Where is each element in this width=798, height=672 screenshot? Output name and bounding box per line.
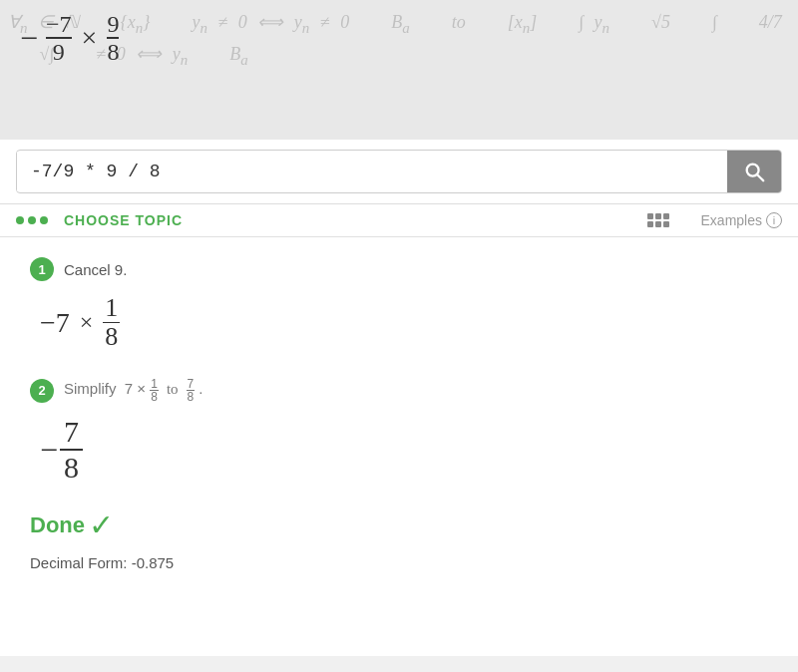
step2-desc-number: 7 × — [125, 380, 150, 397]
step2-to: to — [163, 381, 182, 397]
search-input[interactable] — [17, 152, 727, 191]
step-2-result: − 7 8 — [30, 417, 768, 483]
result-frac-den: 8 — [60, 451, 83, 483]
grid-cell — [647, 221, 653, 227]
step-2-description: Simplify 7 × 1 8 to 7 8 . — [64, 378, 203, 403]
step-1-header: 1 Cancel 9. — [30, 257, 768, 281]
step-1-number: 1 — [30, 257, 54, 281]
result-frac-num: 7 — [60, 417, 83, 451]
expr-times: × — [82, 22, 98, 54]
done-label: Done — [30, 512, 85, 538]
step2-desc-frac1: 1 8 — [150, 378, 159, 403]
expr-frac1: −7 9 — [46, 12, 72, 64]
step2-desc-frac2: 7 8 — [187, 378, 196, 403]
step1-frac-den: 8 — [103, 323, 120, 350]
step-1: 1 Cancel 9. −7 × 1 8 — [30, 257, 768, 350]
grid-cell — [655, 221, 661, 227]
grid-cell — [647, 213, 653, 219]
solution-area: 1 Cancel 9. −7 × 1 8 2 Simplify 7 × 1 8 … — [0, 237, 798, 656]
step2-desc-period: . — [199, 380, 202, 397]
step-2-header: 2 Simplify 7 × 1 8 to 7 8 . — [30, 378, 768, 403]
done-section: Done ✓ — [30, 510, 768, 540]
grid-cell — [655, 213, 661, 219]
examples-text: Examples — [701, 212, 762, 228]
grid-cell — [663, 221, 669, 227]
main-expression-display: − −7 9 × 9 8 — [20, 12, 121, 64]
info-icon: i — [766, 212, 782, 228]
decimal-form: Decimal Form: -0.875 — [30, 554, 768, 571]
search-bar-container — [16, 150, 782, 193]
dot-3 — [40, 216, 48, 224]
expr-frac1-num: −7 — [46, 12, 72, 39]
step1-frac-num: 1 — [103, 295, 120, 323]
step2-frac1-den: 8 — [150, 391, 159, 403]
step-1-description: Cancel 9. — [64, 261, 127, 278]
step2-frac2-den: 8 — [187, 391, 196, 403]
search-icon — [743, 161, 765, 182]
result-minus: − — [40, 432, 58, 469]
search-area — [0, 140, 798, 204]
svg-line-1 — [757, 174, 763, 180]
expr-minus: − — [20, 22, 38, 54]
step-1-expression: −7 × 1 8 — [30, 295, 768, 350]
step2-desc-prefix: Simplify — [64, 380, 121, 397]
toolbar-dots[interactable] — [16, 216, 48, 224]
choose-topic-button[interactable]: Choose Topic — [64, 212, 183, 228]
grid-cell — [663, 213, 669, 219]
expr-frac2-num: 9 — [107, 12, 119, 39]
toolbar: Choose Topic Examples i — [0, 204, 798, 237]
search-button[interactable] — [727, 151, 781, 192]
step-2: 2 Simplify 7 × 1 8 to 7 8 . − 7 8 — [30, 378, 768, 483]
math-background-header: ∀n ∈ ℕ {xn} yn ≠ 0 ⟺ yn ≠ 0 Ba to [xn] ∫… — [0, 0, 798, 140]
step1-fraction: 1 8 — [103, 295, 120, 350]
examples-button[interactable]: Examples i — [701, 212, 782, 228]
expr-frac1-den: 9 — [53, 39, 65, 64]
step1-minus: −7 — [40, 307, 70, 339]
grid-view-button[interactable] — [647, 213, 669, 227]
step1-times: × — [80, 309, 94, 336]
expr-frac2: 9 8 — [107, 12, 119, 64]
checkmark-icon: ✓ — [89, 510, 114, 540]
step-2-number: 2 — [30, 379, 54, 403]
result-fraction: 7 8 — [60, 417, 83, 483]
dot-1 — [16, 216, 24, 224]
dot-2 — [28, 216, 36, 224]
expr-frac2-den: 8 — [107, 39, 119, 64]
